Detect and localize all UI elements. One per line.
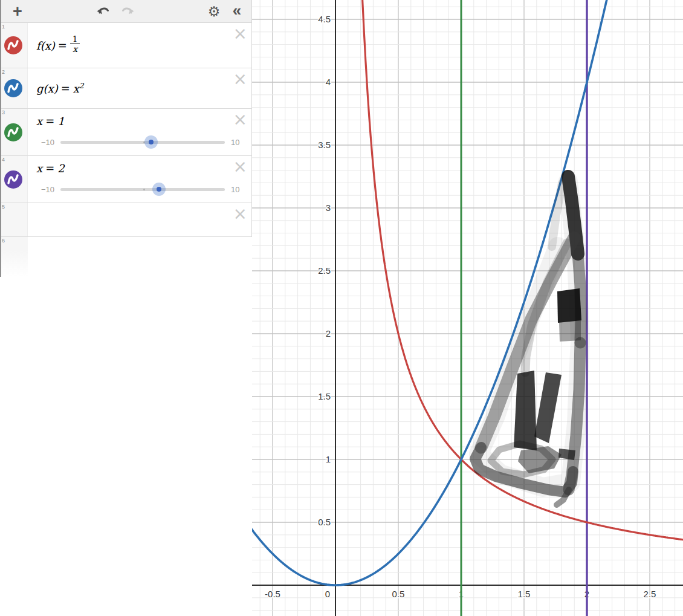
slider-handle[interactable] <box>152 183 166 196</box>
ink-blob <box>557 288 581 323</box>
expr-value: 2 <box>57 162 64 175</box>
curve-style-icon[interactable] <box>4 170 22 189</box>
delete-expression-button[interactable]: × <box>233 206 247 222</box>
expression-input[interactable]: x=2 −10 10 <box>28 156 251 203</box>
row-number: 1 <box>2 24 5 30</box>
svg-text:3: 3 <box>326 203 331 213</box>
svg-text:3.5: 3.5 <box>318 140 331 150</box>
desmos-app: + ⚙ « <box>0 0 683 616</box>
svg-text:0.5: 0.5 <box>392 589 405 599</box>
row-gutter[interactable]: 5 <box>0 203 28 236</box>
fraction: 1 x <box>70 34 80 54</box>
expression-row-2[interactable]: 2 g(x)=x2 × <box>0 68 251 109</box>
slider-zero-tick <box>143 189 145 190</box>
add-expression-button[interactable]: + <box>7 0 28 23</box>
ink-blob <box>518 446 562 473</box>
undo-button[interactable] <box>92 0 115 23</box>
slider-handle[interactable] <box>144 135 158 149</box>
row-number: 3 <box>2 109 5 115</box>
svg-text:0: 0 <box>325 589 330 599</box>
row-number: 2 <box>2 69 5 75</box>
expr-lhs: x <box>36 115 42 128</box>
expression-row-4[interactable]: 4 x=2 −10 <box>0 156 251 203</box>
slider: −10 10 <box>36 181 251 197</box>
row-gutter[interactable]: 4 <box>0 156 28 203</box>
curves-layer <box>252 0 683 616</box>
graph-settings-button[interactable]: ⚙ <box>203 0 225 23</box>
svg-text:2.5: 2.5 <box>318 265 331 276</box>
expression-row-1[interactable]: 1 f(x)= 1 x × <box>0 23 251 68</box>
delete-expression-button[interactable]: × <box>233 25 247 42</box>
collapse-panel-button[interactable]: « <box>226 0 248 23</box>
axes-layer <box>252 0 683 616</box>
delete-expression-button[interactable]: × <box>233 158 247 175</box>
row-gutter[interactable]: 2 <box>0 68 28 108</box>
expr-lhs: f(x) <box>36 39 55 52</box>
ink-blob <box>514 371 537 450</box>
expression-list: 1 f(x)= 1 x × <box>0 23 252 237</box>
expression-input[interactable]: f(x)= 1 x <box>28 23 251 68</box>
slider-track[interactable] <box>60 134 225 150</box>
slider-track[interactable] <box>60 181 225 197</box>
curve-style-icon[interactable] <box>4 36 22 54</box>
row-number: 5 <box>2 204 5 210</box>
graph-canvas[interactable]: -0.500.511.522.50.511.522.533.544.5 <box>252 0 683 616</box>
equals-sign: = <box>58 82 73 95</box>
row-number: 4 <box>2 157 5 163</box>
ink-annotation-layer <box>475 177 581 505</box>
sine-wave-icon <box>4 123 22 141</box>
svg-text:0.5: 0.5 <box>318 517 331 527</box>
ink-blob <box>534 372 562 443</box>
expr-value: 1 <box>57 115 64 128</box>
expr-lhs: g(x) <box>36 82 58 95</box>
expression-input[interactable]: g(x)=x2 <box>28 68 251 108</box>
svg-text:4: 4 <box>326 77 331 87</box>
fraction-denominator: x <box>70 44 80 54</box>
expression-row-5[interactable]: 5 × <box>0 203 251 237</box>
expr-base: x <box>73 82 79 95</box>
equals-sign: = <box>55 39 70 52</box>
row-gutter[interactable]: 3 <box>0 109 28 155</box>
expression-toolbar: + ⚙ « <box>0 0 252 23</box>
svg-text:2: 2 <box>326 328 331 339</box>
expr-lhs: x <box>36 162 42 175</box>
window-left-edge <box>0 0 1 277</box>
expr-exponent: 2 <box>79 82 84 90</box>
sine-wave-icon <box>4 36 22 54</box>
curve-style-icon[interactable] <box>4 79 22 97</box>
expression-row-3[interactable]: 3 x=1 −10 <box>0 109 251 156</box>
grid-layer <box>252 0 683 616</box>
slider-max-label[interactable]: 10 <box>231 138 247 147</box>
svg-text:1: 1 <box>326 454 331 464</box>
ink-blob <box>559 320 581 342</box>
fraction-numerator: 1 <box>70 34 80 44</box>
expression-input[interactable] <box>28 203 251 236</box>
collapse-chevrons-icon: « <box>233 1 241 20</box>
equals-sign: = <box>42 162 57 175</box>
svg-text:4.5: 4.5 <box>318 14 331 24</box>
gear-icon: ⚙ <box>208 4 221 20</box>
undo-icon <box>95 4 111 19</box>
delete-expression-button[interactable]: × <box>233 71 247 88</box>
svg-text:2.5: 2.5 <box>644 589 656 599</box>
curve-style-icon[interactable] <box>4 123 22 141</box>
redo-button[interactable] <box>116 0 139 23</box>
expression-row-6[interactable]: 6 <box>0 237 252 277</box>
expression-input[interactable]: x=1 −10 10 <box>28 109 251 155</box>
equals-sign: = <box>42 115 57 128</box>
row-gutter[interactable]: 1 <box>0 23 28 68</box>
svg-text:1.5: 1.5 <box>318 391 331 401</box>
row-number: 6 <box>2 238 5 244</box>
sine-wave-icon <box>4 170 22 189</box>
expression-panel: + ⚙ « <box>0 0 252 616</box>
svg-text:-0.5: -0.5 <box>265 589 280 599</box>
row-gutter: 6 <box>0 237 28 277</box>
sine-wave-icon <box>4 79 22 97</box>
slider-min-label[interactable]: −10 <box>36 138 54 147</box>
svg-text:1.5: 1.5 <box>518 589 531 599</box>
slider: −10 10 <box>36 134 251 150</box>
delete-expression-button[interactable]: × <box>233 111 247 128</box>
slider-min-label[interactable]: −10 <box>36 185 54 194</box>
redo-icon <box>120 4 135 19</box>
slider-max-label[interactable]: 10 <box>231 185 247 194</box>
